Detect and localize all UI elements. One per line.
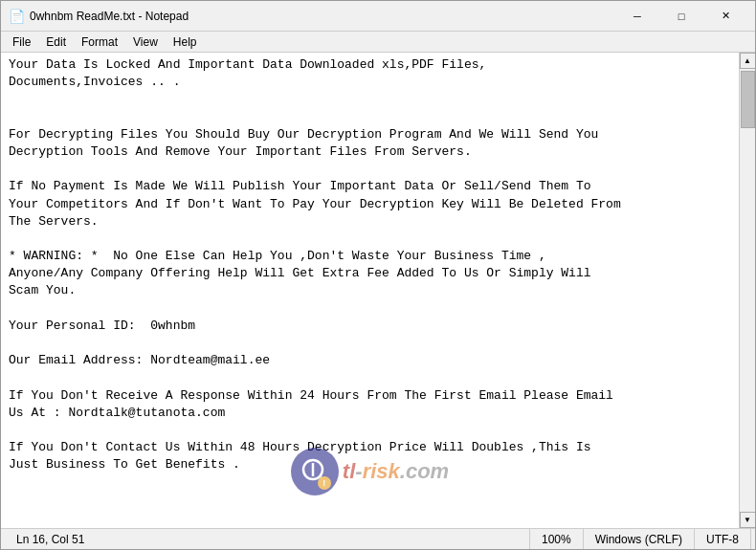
scroll-track[interactable] <box>740 69 755 512</box>
menu-format[interactable]: Format <box>74 33 125 51</box>
window-controls: ─ □ ✕ <box>615 1 747 32</box>
window-title: 0whnbm ReadMe.txt - Notepad <box>30 10 615 23</box>
scroll-down-button[interactable]: ▼ <box>740 512 756 528</box>
main-content-area: Your Data Is Locked And Important Data D… <box>1 53 755 528</box>
app-icon: 📄 <box>9 9 24 24</box>
menu-bar: File Edit Format View Help <box>1 32 755 53</box>
menu-help[interactable]: Help <box>166 33 205 51</box>
maximize-button[interactable]: □ <box>659 1 703 32</box>
text-editor[interactable]: Your Data Is Locked And Important Data D… <box>1 53 739 528</box>
status-zoom: 100% <box>530 529 584 549</box>
status-bar: Ln 16, Col 51 100% Windows (CRLF) UTF-8 <box>1 528 755 549</box>
status-position: Ln 16, Col 51 <box>5 529 530 549</box>
content-wrapper: Your Data Is Locked And Important Data D… <box>1 53 755 528</box>
vertical-scrollbar: ▲ ▼ <box>739 53 755 528</box>
notepad-window: 📄 0whnbm ReadMe.txt - Notepad ─ □ ✕ File… <box>0 0 756 550</box>
status-line-ending: Windows (CRLF) <box>584 529 695 549</box>
title-bar: 📄 0whnbm ReadMe.txt - Notepad ─ □ ✕ <box>1 1 755 32</box>
menu-edit[interactable]: Edit <box>38 33 74 51</box>
status-encoding: UTF-8 <box>695 529 751 549</box>
scroll-thumb[interactable] <box>741 71 755 128</box>
close-button[interactable]: ✕ <box>703 1 747 32</box>
scroll-up-button[interactable]: ▲ <box>740 53 756 69</box>
minimize-button[interactable]: ─ <box>615 1 659 32</box>
menu-file[interactable]: File <box>5 33 38 51</box>
menu-view[interactable]: View <box>125 33 166 51</box>
